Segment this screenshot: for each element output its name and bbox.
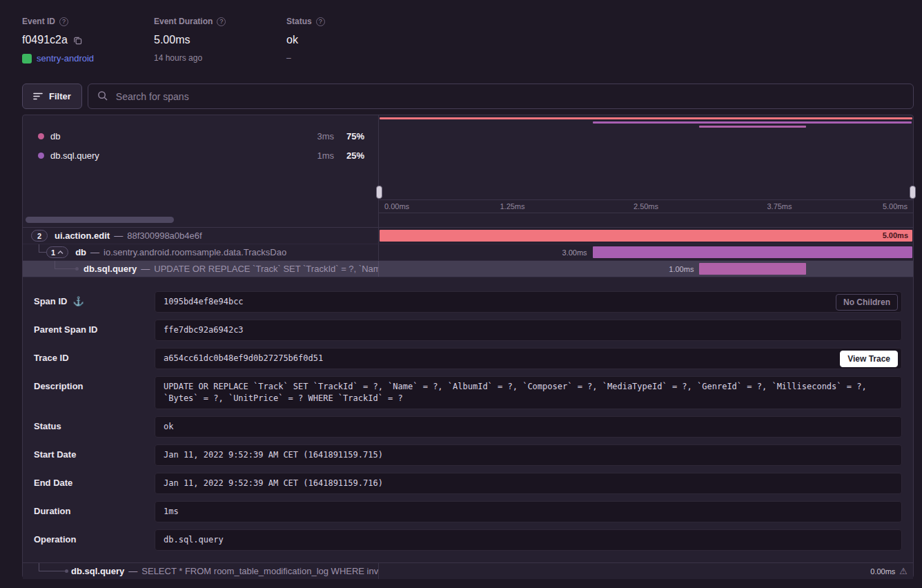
event-id-block: Event ID ? f0491c2a sentry-android: [22, 17, 94, 63]
toolbar: Filter: [22, 84, 914, 109]
minimap-handle-left[interactable]: [376, 186, 382, 199]
operation-value: db.sql.query: [155, 529, 902, 551]
span-description: io.sentry.android.roomsample.data.Tracks…: [104, 247, 286, 257]
span-description: UPDATE OR REPLACE `Track` SET `TrackId` …: [154, 264, 379, 274]
project-platform-icon: [22, 54, 32, 63]
view-trace-button[interactable]: View Trace: [840, 351, 898, 367]
minimap-canvas[interactable]: [379, 115, 913, 199]
warning-icon[interactable]: ⚠: [899, 567, 908, 576]
event-duration-label: Event Duration: [154, 17, 213, 26]
detail-label: Status: [34, 421, 61, 431]
span-row-db-sql-query-select[interactable]: db.sql.query — SELECT * FROM room_table_…: [23, 562, 913, 579]
minimap-span-bar: [699, 126, 806, 128]
span-description: SELECT * FROM room_table_modification_lo…: [141, 566, 379, 576]
event-age: 14 hours ago: [154, 53, 226, 63]
description-value: UPDATE OR REPLACE `Track` SET `TrackId` …: [155, 376, 902, 409]
detail-label: Operation: [34, 534, 76, 545]
tree-connector: [55, 261, 77, 269]
span-row-ui-action-edit[interactable]: 2 ui.action.edit — 88f300998a0b4e6f 5.00…: [23, 228, 913, 244]
project-link[interactable]: sentry-android: [22, 53, 94, 63]
status-block: Status ? ok –: [286, 17, 325, 63]
op-color-dot: [38, 133, 44, 139]
help-icon[interactable]: ?: [217, 17, 226, 26]
span-id-value: 1095bd4ef8e94bcc No Children: [155, 291, 902, 313]
detail-label: Duration: [34, 506, 70, 516]
span-duration-bar[interactable]: 5.00ms: [380, 230, 912, 242]
detail-row-start-date: Start Date Jan 11, 2022 9:52:39 AM CET (…: [34, 444, 902, 466]
filter-button[interactable]: Filter: [22, 84, 82, 109]
event-id-value: f0491c2a: [22, 34, 68, 46]
status-label: Status: [286, 17, 312, 26]
minimap-span-bar: [593, 121, 912, 124]
op-duration: 1ms: [301, 150, 334, 161]
tree-horizontal-scrollbar: [23, 213, 379, 228]
child-count: 2: [37, 232, 41, 240]
detail-label: Parent Span ID: [34, 324, 97, 335]
time-tick: 3.75ms: [767, 202, 792, 210]
search-icon: [97, 90, 108, 104]
time-tick: 0.00ms: [384, 202, 409, 210]
op-percent: 75%: [334, 131, 364, 141]
minimap-handle-right[interactable]: [910, 186, 916, 199]
trace-panel: db 3ms 75% db.sql.query 1ms 25%: [22, 115, 914, 578]
op-duration: 3ms: [301, 131, 334, 141]
help-icon[interactable]: ?: [59, 17, 68, 26]
search-input[interactable]: [88, 84, 914, 109]
detail-row-operation: Operation db.sql.query: [34, 529, 902, 551]
span-duration-label: 5.00ms: [883, 230, 908, 242]
span-description: 88f300998a0b4e6f: [127, 231, 202, 241]
filter-label: Filter: [49, 91, 71, 101]
event-id-label: Event ID: [22, 17, 55, 26]
op-name: db: [50, 131, 60, 141]
detail-row-span-id: Span ID ⚓ 1095bd4ef8e94bcc No Children: [34, 291, 902, 313]
op-name: db.sql.query: [50, 150, 99, 161]
copy-icon[interactable]: [73, 36, 82, 45]
span-row-db[interactable]: 1 db — io.sentry.android.roomsample.data…: [23, 244, 913, 261]
status-value: ok: [155, 416, 902, 438]
breakdown-row-db-sql-query[interactable]: db.sql.query 1ms 25%: [38, 146, 364, 165]
detail-row-trace-id: Trace ID a654cc61dc0b48ef9d0b27275b6f0d5…: [34, 348, 902, 369]
span-row-db-sql-query-selected[interactable]: db.sql.query — UPDATE OR REPLACE `Track`…: [23, 261, 913, 277]
detail-row-parent-span-id: Parent Span ID ffe7dbc92a6942c3: [34, 320, 902, 341]
breakdown-row-db[interactable]: db 3ms 75%: [38, 126, 364, 146]
help-icon[interactable]: ?: [316, 17, 325, 26]
detail-label: Start Date: [34, 449, 76, 460]
detail-row-end-date: End Date Jan 11, 2022 9:52:39 AM CET (16…: [34, 473, 902, 494]
end-date-value: Jan 11, 2022 9:52:39 AM CET (1641891159.…: [155, 473, 902, 494]
minimap-section: db 3ms 75% db.sql.query 1ms 25%: [23, 115, 913, 228]
detail-row-duration: Duration 1ms: [34, 501, 902, 522]
time-tick: 5.00ms: [883, 202, 908, 210]
status-sub: –: [286, 53, 325, 63]
span-duration-bar[interactable]: [699, 263, 806, 275]
detail-row-description: Description UPDATE OR REPLACE `Track` SE…: [34, 376, 902, 409]
detail-label: Trace ID: [34, 353, 69, 363]
time-tick: 2.50ms: [634, 202, 658, 210]
anchor-icon[interactable]: ⚓: [72, 296, 84, 306]
start-date-value: Jan 11, 2022 9:52:39 AM CET (1641891159.…: [155, 444, 902, 466]
span-duration-label: 3.00ms: [562, 244, 587, 260]
horizontal-scrollbar-thumb[interactable]: [26, 217, 174, 223]
detail-row-status: Status ok: [34, 416, 902, 438]
span-duration-bar[interactable]: [593, 246, 912, 258]
detail-label: Span ID: [34, 296, 67, 306]
search-box: [88, 84, 914, 109]
span-op: db.sql.query: [71, 566, 124, 576]
child-count: 1: [51, 248, 55, 257]
time-tick: 1.25ms: [500, 202, 524, 210]
chevron-up-icon: [57, 251, 63, 255]
duration-value: 1ms: [155, 501, 902, 522]
span-toggle-badge[interactable]: 1: [46, 246, 68, 258]
detail-label: Description: [34, 381, 84, 391]
no-children-button[interactable]: No Children: [836, 294, 898, 311]
tree-connector: [39, 244, 46, 253]
span-op: db.sql.query: [84, 264, 137, 274]
operations-breakdown: db 3ms 75% db.sql.query 1ms 25%: [23, 115, 379, 213]
span-details-panel: Span ID ⚓ 1095bd4ef8e94bcc No Children P…: [23, 277, 913, 562]
tree-connector: [39, 563, 66, 571]
span-duration-label: 0.00ms: [870, 567, 895, 576]
minimap-span-bar: [380, 117, 912, 119]
status-value: ok: [286, 34, 298, 46]
span-children-badge[interactable]: 2: [31, 230, 48, 242]
detail-label: End Date: [34, 478, 72, 488]
event-id-label-row: Event ID ?: [22, 17, 94, 26]
